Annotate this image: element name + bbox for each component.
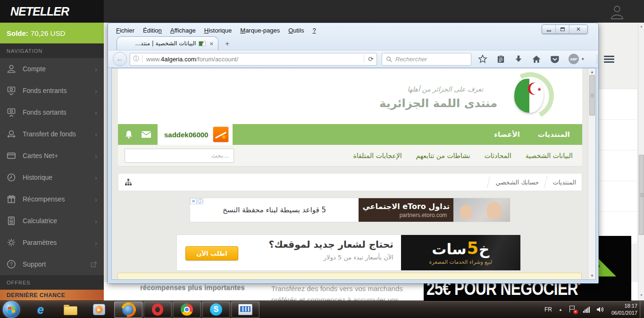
close-icon: ✕: [576, 26, 581, 33]
taskbar-skype[interactable]: S: [202, 301, 230, 318]
menu-outils[interactable]: Outils: [284, 25, 308, 36]
back-button[interactable]: ←: [113, 52, 127, 66]
start-button[interactable]: [3, 301, 20, 318]
scroll-up-icon[interactable]: ▲: [588, 70, 596, 74]
nav-members[interactable]: الأعضاء: [494, 130, 520, 139]
taskbar-internet-explorer[interactable]: e: [26, 301, 55, 318]
subnav-followed[interactable]: نشاطات من تتابعهم: [416, 152, 470, 159]
adchoices-icon[interactable]: ⓘ: [197, 198, 203, 204]
subnav-likes[interactable]: الإعجابات المتلقاة: [353, 152, 401, 159]
search-placeholder: Rechercher: [395, 56, 427, 63]
page-scrollbar-thumb[interactable]: [639, 155, 644, 235]
abp-caret-icon[interactable]: ▾: [582, 57, 584, 61]
url-bar[interactable]: ⓘ www.4algeria.com/forum/account/ ⟳: [130, 53, 377, 66]
user-account-tab[interactable]: saddek06000: [158, 124, 233, 145]
taskbar-explorer[interactable]: [56, 301, 84, 318]
sidebar-item-fonds-entrants[interactable]: Fonds entrants›: [0, 80, 104, 101]
skype-icon: S: [210, 303, 222, 316]
page-scrollbar[interactable]: ▲ ▼: [638, 23, 644, 301]
chevron-right-icon: ›: [95, 87, 97, 95]
chevron-right-icon: ›: [95, 65, 97, 73]
menu-aide[interactable]: ?: [308, 25, 320, 36]
breadcrumb-bar: حسابك الشخصي المنتديات: [118, 173, 582, 191]
subnav-conversations[interactable]: المحادثات: [485, 152, 511, 159]
home-icon[interactable]: [532, 55, 541, 64]
scroll-up-icon[interactable]: ▲: [638, 25, 644, 28]
scroll-down-icon[interactable]: ▼: [588, 274, 596, 278]
bookmarks-panel-icon[interactable]: [496, 55, 505, 64]
alerts-bell-icon[interactable]: [124, 130, 134, 139]
bookmark-star-icon[interactable]: [478, 54, 487, 64]
forum-logo[interactable]: تعرف على الجزائر من أهلها منتدى اللمة ال…: [356, 72, 554, 121]
volume-icon[interactable]: [596, 306, 605, 313]
adblock-plus-button[interactable]: ABP: [569, 54, 579, 64]
breadcrumb-root[interactable]: المنتديات: [552, 179, 576, 186]
sidebar-item-parametres[interactable]: Paramètres›: [0, 232, 104, 253]
sidebar-item-fonds-sortants[interactable]: Fonds sortants›: [0, 101, 104, 123]
language-indicator[interactable]: FR: [544, 306, 552, 313]
menu-edition[interactable]: Édition: [139, 25, 166, 36]
taskbar-firefox[interactable]: [114, 301, 142, 318]
last-chance-banner[interactable]: DERNIÈRE CHANCE: [0, 290, 104, 301]
messages-envelope-icon[interactable]: [141, 131, 151, 138]
neteller-content-rows: [594, 89, 638, 244]
minimize-button[interactable]: [542, 25, 556, 33]
window-controls: ✕: [542, 25, 588, 34]
etoro-ad-banner[interactable]: ✕ ⓘ 5 قواعد بسيطة لبناء محفظة النسخ تداو…: [190, 198, 510, 222]
show-desktop-button[interactable]: [640, 301, 644, 318]
hamburger-menu-button[interactable]: [597, 54, 614, 64]
nav-forums[interactable]: المنتديات: [538, 130, 570, 139]
sitemap-icon[interactable]: [124, 178, 133, 186]
tab-4algeria[interactable]: البيانات الشخصية | منتد... ×: [117, 36, 218, 50]
new-tab-button[interactable]: +: [225, 40, 229, 48]
tray-date: 06/01/2017: [611, 310, 637, 317]
menu-marque-pages[interactable]: Marque-pages: [236, 25, 284, 36]
order-now-button[interactable]: اطلب الآن: [185, 246, 238, 260]
account-icon[interactable]: [610, 4, 624, 19]
subnav-personal[interactable]: البيانات الشخصية: [526, 152, 573, 159]
maximize-icon: [560, 27, 565, 31]
content-scrollbar-thumb[interactable]: [589, 75, 595, 116]
ad-close-icon[interactable]: ✕: [190, 198, 197, 204]
sidebar-item-cartes[interactable]: Cartes Net+›: [0, 145, 104, 167]
navigation-section-header: NAVIGATION: [0, 43, 104, 58]
taskbar-opera[interactable]: [143, 301, 172, 318]
taskbar-onscreen-keyboard[interactable]: [231, 301, 259, 318]
scroll-down-icon[interactable]: ▼: [638, 293, 644, 297]
downloads-icon[interactable]: [514, 55, 523, 63]
menu-fichier[interactable]: Fichier: [112, 25, 139, 36]
breadcrumb-current[interactable]: حسابك الشخصي: [495, 179, 539, 186]
menu-affichage[interactable]: Affichage: [166, 25, 200, 36]
hidden-icons-chevron[interactable]: ▲: [559, 308, 562, 312]
khamsat-ad-text-panel: اطلب الآن تحتاج لشعار جديد لموقعك؟ الآن …: [177, 235, 401, 270]
sidebar-item-support[interactable]: ? Support: [0, 253, 104, 275]
forum-search-input[interactable]: بحث...: [125, 149, 234, 163]
taskbar-media-player[interactable]: ▶: [85, 301, 113, 318]
firefox-tabbar: البيانات الشخصية | منتد... × +: [108, 36, 598, 50]
user-avatar: [213, 126, 229, 142]
action-center-flag-icon[interactable]: ✕: [569, 306, 577, 313]
khamsat-ad-banner[interactable]: اطلب الآن تحتاج لشعار جديد لموقعك؟ الآن …: [176, 234, 521, 271]
breadcrumb: حسابك الشخصي المنتديات: [488, 176, 576, 188]
pocket-icon[interactable]: [550, 55, 560, 64]
network-signal-icon[interactable]: [583, 307, 590, 313]
sidebar-item-compte[interactable]: Compte›: [0, 58, 104, 80]
abp-icon: ABP: [569, 54, 579, 64]
maximize-button[interactable]: [556, 25, 569, 33]
sidebar-item-calculatrice[interactable]: Calculatrice›: [0, 210, 104, 232]
sidebar-item-historique[interactable]: Historique›: [0, 167, 104, 188]
card-icon: [7, 151, 16, 160]
content-scrollbar[interactable]: ▲ ▼: [588, 68, 595, 279]
close-button[interactable]: ✕: [569, 25, 587, 33]
gift-icon: [7, 194, 16, 204]
sidebar-item-transfert[interactable]: Transfert de fonds›: [0, 123, 104, 145]
menu-historique[interactable]: Historique: [200, 25, 236, 36]
tab-close-icon[interactable]: ×: [209, 40, 214, 47]
search-bar[interactable]: Rechercher: [382, 53, 471, 66]
taskbar-chrome[interactable]: [173, 301, 201, 318]
sidebar-item-recompenses[interactable]: Récompenses›: [0, 188, 104, 210]
clock[interactable]: 18:17 06/01/2017: [611, 302, 637, 317]
reload-icon[interactable]: ⟳: [364, 55, 374, 63]
notification-bar: [117, 273, 582, 280]
site-info-icon[interactable]: ⓘ: [133, 55, 139, 63]
